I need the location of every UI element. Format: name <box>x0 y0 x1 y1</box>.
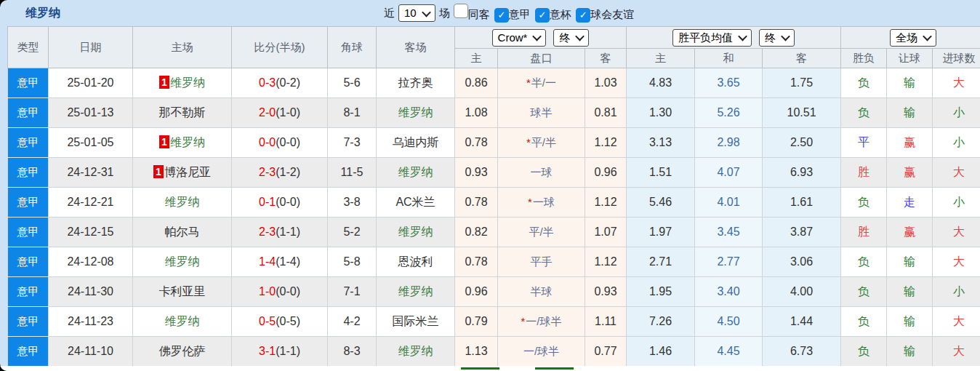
handicap-home-odds-cell: 0.82 <box>455 218 498 247</box>
avg-state-value: 终 <box>765 31 776 44</box>
handicap-line-cell: 半球 <box>498 277 585 307</box>
home-team-link[interactable]: 那不勒斯 <box>159 106 206 119</box>
handicap-result-cell: 输 <box>887 68 933 98</box>
handicap-away-odds-cell: 1.03 <box>585 68 627 98</box>
away-team-cell: 维罗纳 <box>377 158 455 188</box>
result-cell: 平 <box>841 128 887 158</box>
halftime-score: (1-1) <box>276 226 300 238</box>
home-team-link[interactable]: 维罗纳 <box>170 136 205 148</box>
star-marker: * <box>526 76 531 89</box>
handicap-line: 一/球半 <box>526 315 561 327</box>
home-team-link[interactable]: 卡利亚里 <box>159 285 206 298</box>
home-team-link[interactable]: 维罗纳 <box>165 196 200 208</box>
avg-home-cell: 2.71 <box>627 247 695 277</box>
corners-cell: 5-2 <box>328 218 377 247</box>
filter-checkbox-label: 意甲 <box>509 8 531 20</box>
filter-checkbox-label: 同客 <box>468 8 490 20</box>
away-team-link[interactable]: 维罗纳 <box>398 345 433 357</box>
handicap-line-cell: 一/球半 <box>498 337 585 367</box>
date-cell: 25-01-05 <box>49 128 133 158</box>
goals-result-cell: 大 <box>933 158 980 188</box>
filter-checkbox[interactable] <box>454 4 468 18</box>
away-team-cell: 恩波利 <box>377 247 455 277</box>
odds-state-select[interactable]: 终 <box>553 29 589 47</box>
corners-cell: 7-3 <box>328 128 377 158</box>
away-team-cell: 国际米兰 <box>377 307 455 337</box>
avg-state-select[interactable]: 终 <box>759 29 795 47</box>
away-team-cell: AC米兰 <box>377 188 455 218</box>
match-row: 意甲 24-11-23 维罗纳 0-5(0-5) 4-2 国际米兰 0.79 *… <box>8 307 980 337</box>
away-team-link[interactable]: 维罗纳 <box>398 226 433 238</box>
match-row: 意甲 24-12-15 帕尔马 2-3(1-1) 5-2 维罗纳 0.82 平/… <box>8 218 980 247</box>
home-team-link[interactable]: 维罗纳 <box>165 255 200 268</box>
goals-result-cell: 大 <box>933 307 980 337</box>
away-team-cell: 维罗纳 <box>377 337 455 367</box>
halftime-score: (1-4) <box>276 255 300 268</box>
away-team-link[interactable]: 乌迪内斯 <box>393 136 439 148</box>
handicap-away-odds-cell: 1.12 <box>585 188 627 218</box>
result-cell: 负 <box>841 277 887 307</box>
league-cell: 意甲 <box>8 68 49 98</box>
home-team-cell: 维罗纳 <box>133 307 232 337</box>
home-team-link[interactable]: 维罗纳 <box>170 76 205 89</box>
avg-type-select[interactable]: 胜平负均值 <box>672 29 752 47</box>
goals-result-cell: 小 <box>933 277 980 307</box>
col-handicap: 让球 <box>887 49 933 68</box>
recent-count-select[interactable]: 10 <box>398 4 435 22</box>
match-history-table: 类型 日期 主场 比分(半场) 角球 客场 Crow* 终 <box>7 26 980 367</box>
handicap-line: 半/一 <box>531 76 556 89</box>
result-group-header: 全场 <box>841 27 980 49</box>
goals-result-cell: 大 <box>933 218 980 247</box>
home-team-cell: 帕尔马 <box>133 218 232 247</box>
home-team-link[interactable]: 佛罗伦萨 <box>159 345 206 357</box>
home-team-link[interactable]: 维罗纳 <box>165 315 200 327</box>
home-team-cell: 维罗纳 <box>133 188 232 218</box>
home-team-cell: 1维罗纳 <box>133 68 232 98</box>
away-team-link[interactable]: 拉齐奥 <box>398 76 433 89</box>
team-title: 维罗纳 <box>25 6 60 21</box>
away-team-link[interactable]: 维罗纳 <box>398 166 433 178</box>
away-team-link[interactable]: 国际米兰 <box>393 315 439 327</box>
avg-draw-cell: 4.45 <box>695 337 763 367</box>
home-team-cell: 1博洛尼亚 <box>133 158 232 188</box>
filter-checkbox[interactable]: ✓ <box>535 8 550 23</box>
filter-checkbox-label: 球会友谊 <box>590 8 634 20</box>
away-team-link[interactable]: 维罗纳 <box>398 106 433 119</box>
home-team-cell: 卡利亚里 <box>133 277 232 307</box>
home-team-link[interactable]: 帕尔马 <box>165 226 200 238</box>
handicap-home-odds-cell: 0.78 <box>455 128 498 158</box>
away-team-cell: 维罗纳 <box>377 218 455 247</box>
handicap-result-cell: 赢 <box>887 158 933 188</box>
avg-home-cell: 1.46 <box>627 337 695 367</box>
green-indicator-bar <box>535 367 574 370</box>
fulltime-score: 3-1 <box>259 345 276 357</box>
goals-result-cell: 大 <box>933 337 980 367</box>
halftime-score: (0-0) <box>276 196 300 208</box>
home-team-link[interactable]: 博洛尼亚 <box>164 166 211 178</box>
avg-away-cell: 1.75 <box>763 68 841 98</box>
handicap-home-odds-cell: 1.13 <box>455 337 498 367</box>
corners-cell: 7-1 <box>328 277 377 307</box>
handicap-line-cell: 平手 <box>498 247 585 277</box>
away-team-link[interactable]: 维罗纳 <box>398 285 433 298</box>
avg-away-cell: 10.51 <box>763 98 841 128</box>
halftime-score: (1-0) <box>276 106 300 119</box>
match-row: 意甲 24-12-08 维罗纳 1-4(1-4) 5-8 恩波利 0.78 平手… <box>8 247 980 277</box>
avg-draw-cell: 4.50 <box>695 307 763 337</box>
recent-label: 近 <box>384 7 395 20</box>
league-cell: 意甲 <box>8 128 49 158</box>
col-avg-home: 主 <box>627 49 695 68</box>
topbar: 维罗纳 近 10 场 同客 ✓意甲 ✓意杯 ✓球会友谊 <box>0 0 980 26</box>
bookmaker-select[interactable]: Crow* <box>492 29 547 47</box>
avg-home-cell: 1.51 <box>627 158 695 188</box>
col-result: 胜负 <box>841 49 887 68</box>
filter-checkbox[interactable]: ✓ <box>494 8 509 23</box>
chevron-down-icon <box>923 32 932 41</box>
handicap-line: 平手 <box>531 255 553 268</box>
filter-checkbox[interactable]: ✓ <box>576 8 590 23</box>
away-team-link[interactable]: AC米兰 <box>395 196 435 208</box>
handicap-away-odds-cell: 0.77 <box>585 337 627 367</box>
team-history-panel: 维罗纳 近 10 场 同客 ✓意甲 ✓意杯 ✓球会友谊 类型 日期 主场 比分 <box>0 0 980 371</box>
scope-select[interactable]: 全场 <box>890 29 936 47</box>
away-team-link[interactable]: 恩波利 <box>398 255 433 268</box>
